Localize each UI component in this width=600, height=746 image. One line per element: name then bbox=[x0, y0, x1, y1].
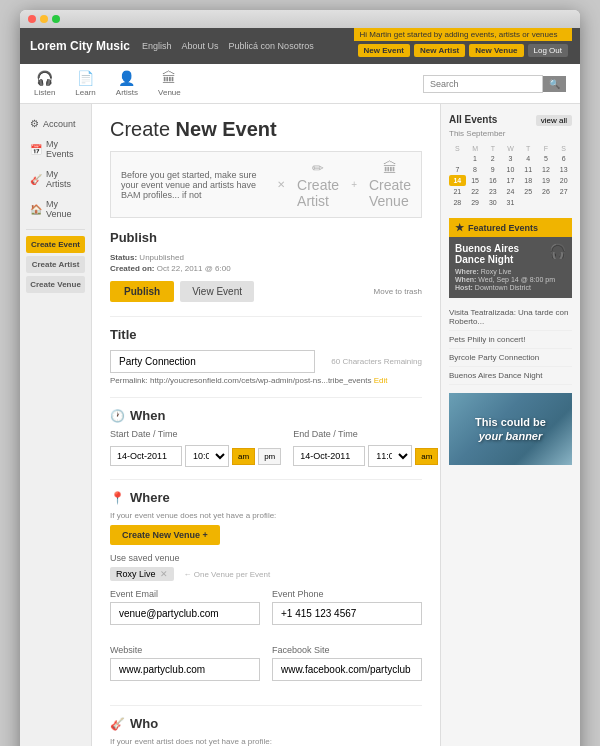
cal-day-13[interactable]: 13 bbox=[555, 164, 572, 175]
event-list-item-0[interactable]: Visita Teatralizada: Una tarde con Rober… bbox=[449, 304, 572, 331]
divider-4 bbox=[110, 705, 422, 706]
cal-day-30[interactable]: 30 bbox=[484, 197, 501, 208]
cal-day-19[interactable]: 19 bbox=[538, 175, 555, 186]
cal-day-8[interactable]: 8 bbox=[467, 164, 484, 175]
secondary-nav: 🎧 Listen 📄 Learn 👤 Artists 🏛 Venue 🔍 bbox=[20, 64, 580, 104]
nav-link-publica[interactable]: Publicá con Nosotros bbox=[229, 41, 314, 51]
end-am-button[interactable]: am bbox=[415, 448, 438, 465]
create-venue-sidebar-button[interactable]: Create Venue bbox=[26, 276, 85, 293]
artists-nav-icon: 🎸 bbox=[30, 174, 42, 185]
event-phone-input[interactable] bbox=[272, 602, 422, 625]
right-panel: All Events view all This September S M T… bbox=[440, 104, 580, 746]
end-date-input[interactable] bbox=[293, 446, 365, 466]
cal-day-18[interactable]: 18 bbox=[520, 175, 537, 186]
cal-day-3[interactable]: 3 bbox=[502, 153, 519, 164]
nav-learn[interactable]: 📄 Learn bbox=[75, 70, 95, 97]
cal-day-29[interactable]: 29 bbox=[467, 197, 484, 208]
create-artist-step[interactable]: ✏ Create Artist bbox=[297, 160, 339, 209]
event-list-item-3[interactable]: Buenos Aires Dance Night bbox=[449, 367, 572, 385]
cal-day-12[interactable]: 12 bbox=[538, 164, 555, 175]
cal-day-16[interactable]: 16 bbox=[484, 175, 501, 186]
site-title: Lorem City Music bbox=[30, 39, 130, 53]
main-layout: ⚙ Account 📅 My Events 🎸 My Artists 🏠 My … bbox=[20, 104, 580, 746]
nav-link-about[interactable]: About Us bbox=[182, 41, 219, 51]
facebook-input[interactable] bbox=[272, 658, 422, 681]
logout-button[interactable]: Log Out bbox=[528, 44, 568, 57]
search-input[interactable] bbox=[423, 75, 543, 93]
maximize-btn[interactable] bbox=[52, 15, 60, 23]
new-event-button[interactable]: New Event bbox=[358, 44, 410, 57]
cal-day-5[interactable]: 5 bbox=[538, 153, 555, 164]
cal-day-24[interactable]: 24 bbox=[502, 186, 519, 197]
start-time-select[interactable]: 10:00 bbox=[185, 445, 229, 467]
banner-text: This could be your banner bbox=[475, 415, 546, 444]
cal-day-15[interactable]: 15 bbox=[467, 175, 484, 186]
view-all-button[interactable]: view all bbox=[536, 115, 572, 126]
cal-day-20[interactable]: 20 bbox=[555, 175, 572, 186]
create-artist-sidebar-button[interactable]: Create Artist bbox=[26, 256, 85, 273]
event-email-input[interactable] bbox=[110, 602, 260, 625]
who-title: Who bbox=[130, 716, 158, 731]
new-artist-button[interactable]: New Artist bbox=[414, 44, 465, 57]
venue-row: Roxy Live ✕ ← One Venue per Event bbox=[110, 567, 422, 581]
website-input[interactable] bbox=[110, 658, 260, 681]
start-pm-button[interactable]: pm bbox=[258, 448, 281, 465]
cal-day-31[interactable]: 31 bbox=[502, 197, 519, 208]
cal-day-11[interactable]: 11 bbox=[520, 164, 537, 175]
view-event-button[interactable]: View Event bbox=[180, 281, 254, 302]
nav-venue[interactable]: 🏛 Venue bbox=[158, 70, 181, 97]
new-venue-button[interactable]: New Venue bbox=[469, 44, 523, 57]
end-date-label: End Date / Time bbox=[293, 429, 440, 439]
event-list-item-2[interactable]: Byrcole Party Connection bbox=[449, 349, 572, 367]
cal-day-2[interactable]: 2 bbox=[484, 153, 501, 164]
cal-day-26[interactable]: 26 bbox=[538, 186, 555, 197]
cal-day-7[interactable]: 7 bbox=[449, 164, 466, 175]
nav-artists[interactable]: 👤 Artists bbox=[116, 70, 138, 97]
content-area: Create New Event Before you get started,… bbox=[92, 104, 440, 746]
cal-day-headers: S M T W T F S bbox=[449, 144, 572, 153]
start-date-input[interactable] bbox=[110, 446, 182, 466]
nav-listen[interactable]: 🎧 Listen bbox=[34, 70, 55, 97]
publish-status-line: Status: Unpublished bbox=[110, 253, 422, 262]
title-section-header: Title bbox=[110, 327, 422, 342]
cal-day-28[interactable]: 28 bbox=[449, 197, 466, 208]
banner-area[interactable]: This could be your banner bbox=[449, 393, 572, 465]
close-btn[interactable] bbox=[28, 15, 36, 23]
create-new-venue-button[interactable]: Create New Venue + bbox=[110, 525, 220, 545]
cal-day-4[interactable]: 4 bbox=[520, 153, 537, 164]
venue-x[interactable]: ✕ bbox=[160, 569, 168, 579]
cal-day-25[interactable]: 25 bbox=[520, 186, 537, 197]
create-event-sidebar-button[interactable]: Create Event bbox=[26, 236, 85, 253]
sidebar-item-events[interactable]: 📅 My Events bbox=[26, 135, 85, 163]
cal-day-14[interactable]: 14 bbox=[449, 175, 466, 186]
cal-day-6[interactable]: 6 bbox=[555, 153, 572, 164]
when-title: When bbox=[130, 408, 165, 423]
minimize-btn[interactable] bbox=[40, 15, 48, 23]
cal-day-10[interactable]: 10 bbox=[502, 164, 519, 175]
permalink-edit[interactable]: Edit bbox=[374, 376, 388, 385]
cal-day-22[interactable]: 22 bbox=[467, 186, 484, 197]
sidebar-item-venue[interactable]: 🏠 My Venue bbox=[26, 195, 85, 223]
publish-button[interactable]: Publish bbox=[110, 281, 174, 302]
search-button[interactable]: 🔍 bbox=[543, 76, 566, 92]
sidebar-item-artists[interactable]: 🎸 My Artists bbox=[26, 165, 85, 193]
nav-link-english[interactable]: English bbox=[142, 41, 172, 51]
cal-day-17[interactable]: 17 bbox=[502, 175, 519, 186]
sidebar-item-account[interactable]: ⚙ Account bbox=[26, 114, 85, 133]
start-am-button[interactable]: am bbox=[232, 448, 255, 465]
event-list-item-1[interactable]: Pets Philly in concert! bbox=[449, 331, 572, 349]
permalink-url: http://youcresonfield.com/cets/wp-admin/… bbox=[150, 376, 371, 385]
featured-event-main[interactable]: Buenos Aires Dance Night 🎧 Where: Roxy L… bbox=[449, 237, 572, 298]
cal-day-21[interactable]: 21 bbox=[449, 186, 466, 197]
cal-day-23[interactable]: 23 bbox=[484, 186, 501, 197]
cal-day-9[interactable]: 9 bbox=[484, 164, 501, 175]
end-time-select[interactable]: 11:00 bbox=[368, 445, 412, 467]
move-to-trash[interactable]: Move to trash bbox=[374, 287, 422, 296]
events-icon: 📅 bbox=[30, 144, 42, 155]
create-venue-step[interactable]: 🏛 Create Venue bbox=[369, 160, 411, 209]
cal-day-1[interactable]: 1 bbox=[467, 153, 484, 164]
title-input[interactable] bbox=[110, 350, 315, 373]
cal-week-1: 1 2 3 4 5 6 bbox=[449, 153, 572, 164]
cal-day-27[interactable]: 27 bbox=[555, 186, 572, 197]
cal-header-s2: S bbox=[555, 144, 572, 153]
